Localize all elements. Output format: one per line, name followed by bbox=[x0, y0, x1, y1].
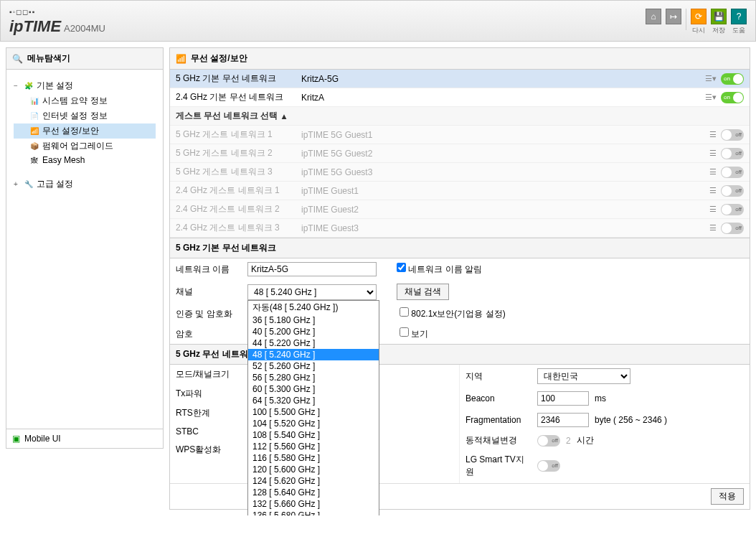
filter-icon[interactable]: ☰ bbox=[709, 149, 717, 158]
guest-network-row[interactable]: 5 GHz 게스트 네트워크 3 ipTIME 5G Guest3 ☰ off bbox=[170, 163, 750, 182]
logo-area: ▪︎▫︎◻︎◻︎▪︎▪︎ ipTIME A2004MU bbox=[9, 8, 105, 36]
filter-icon[interactable]: ☰ bbox=[709, 167, 717, 177]
broadcast-checkbox-wrap[interactable]: 네트워크 이름 알림 bbox=[397, 263, 482, 276]
reload-button[interactable]: ⟳ bbox=[691, 9, 707, 24]
tree-item-firmware[interactable]: 📦 펌웨어 업그레이드 bbox=[14, 139, 156, 154]
region-select[interactable]: 대한민국 bbox=[537, 368, 630, 384]
channel-option[interactable]: 132 [ 5.660 GHz ] bbox=[248, 498, 379, 510]
exit-button[interactable]: ↦ bbox=[666, 9, 681, 24]
channel-option[interactable]: 116 [ 5.580 GHz ] bbox=[248, 452, 379, 464]
channel-label: 채널 bbox=[176, 286, 242, 298]
guest-network-row[interactable]: 2.4 GHz 게스트 네트워크 3 ipTIME Guest3 ☰ off bbox=[170, 219, 750, 238]
guest-toggle[interactable]: off bbox=[721, 148, 744, 159]
frag-input[interactable] bbox=[537, 413, 589, 427]
network-row[interactable]: 5 GHz 기본 무선 네트워크 KritzA-5G ☰▾ on bbox=[170, 70, 750, 88]
help-button[interactable]: ? bbox=[731, 9, 747, 24]
guest-toggle[interactable]: off bbox=[721, 185, 744, 197]
help-label: 도움 bbox=[732, 26, 745, 35]
net-row-label: 5 GHz 기본 무선 네트워크 bbox=[176, 73, 301, 85]
net-name-input[interactable] bbox=[247, 262, 377, 276]
filter-icon[interactable]: ☰▾ bbox=[705, 93, 717, 102]
channel-search-button[interactable]: 채널 검색 bbox=[397, 284, 449, 300]
channel-option[interactable]: 136 [ 5.680 GHz ] bbox=[248, 510, 379, 516]
wifi-icon: 📶 bbox=[176, 54, 186, 64]
show-pw-wrap[interactable]: 보기 bbox=[400, 327, 428, 340]
enterprise-security-checkbox[interactable] bbox=[400, 307, 409, 317]
mobile-ui-link[interactable]: ▣ Mobile UI bbox=[6, 429, 163, 448]
channel-option[interactable]: 100 [ 5.500 GHz ] bbox=[248, 406, 379, 418]
show-pw-checkbox[interactable] bbox=[400, 327, 409, 337]
guest-row-name: ipTIME Guest3 bbox=[301, 223, 709, 233]
guest-toggle[interactable]: off bbox=[721, 129, 744, 141]
content-panel: 📶 무선 설정/보안 5 GHz 기본 무선 네트워크 KritzA-5G ☰▾… bbox=[169, 47, 750, 510]
row-frag: Fragmentation byte ( 256 ~ 2346 ) bbox=[460, 409, 750, 431]
guest-toggle[interactable]: off bbox=[721, 204, 744, 215]
home-button[interactable]: ⌂ bbox=[646, 9, 661, 24]
tree-basic[interactable]: − 🧩 기본 설정 bbox=[14, 78, 156, 93]
guest-header-label: 게스트 무선 네트워크 선택 bbox=[176, 110, 278, 122]
channel-option[interactable]: 64 [ 5.320 GHz ] bbox=[248, 395, 379, 406]
channel-select[interactable]: 48 [ 5.240 GHz ] bbox=[247, 284, 377, 300]
channel-option[interactable]: 60 [ 5.300 GHz ] bbox=[248, 383, 379, 395]
guest-toggle[interactable]: off bbox=[721, 167, 744, 178]
auth-label: 인증 및 암호화 bbox=[176, 308, 242, 320]
channel-option[interactable]: 120 [ 5.600 GHz ] bbox=[248, 464, 379, 475]
sidebar: 🔍 메뉴탐색기 − 🧩 기본 설정 📊 시스템 요약 정보 📄 인터넷 설정 정… bbox=[6, 47, 164, 449]
apply-button[interactable]: 적용 bbox=[711, 488, 744, 505]
filter-icon[interactable]: ☰ bbox=[709, 205, 717, 214]
channel-option[interactable]: 44 [ 5.220 GHz ] bbox=[248, 337, 379, 349]
save-label: 저장 bbox=[712, 26, 725, 35]
guest-row-label: 2.4 GHz 게스트 네트워크 1 bbox=[176, 185, 301, 197]
net-toggle[interactable]: on bbox=[721, 73, 744, 85]
channel-option[interactable]: 104 [ 5.520 GHz ] bbox=[248, 418, 379, 429]
net-row-label: 2.4 GHz 기본 무선 네트워크 bbox=[176, 91, 301, 103]
row-region: 지역 대한민국 bbox=[460, 365, 750, 388]
tree-item-wireless[interactable]: 📶 무선 설정/보안 bbox=[14, 123, 156, 139]
guest-network-row[interactable]: 5 GHz 게스트 네트워크 2 ipTIME 5G Guest2 ☰ off bbox=[170, 144, 750, 163]
net-toggle[interactable]: on bbox=[721, 92, 744, 103]
net-row-name: KritzA-5G bbox=[301, 74, 705, 84]
guest-row-label: 5 GHz 게스트 네트워크 2 bbox=[176, 147, 301, 159]
expand-icon: + bbox=[14, 180, 21, 188]
guest-network-row[interactable]: 5 GHz 게스트 네트워크 1 ipTIME 5G Guest1 ☰ off bbox=[170, 126, 750, 144]
channel-option[interactable]: 52 [ 5.260 GHz ] bbox=[248, 360, 379, 372]
broadcast-checkbox[interactable] bbox=[397, 263, 406, 272]
channel-option[interactable]: 128 [ 5.640 GHz ] bbox=[248, 487, 379, 498]
filter-icon[interactable]: ☰ bbox=[709, 223, 717, 233]
channel-option[interactable]: 112 [ 5.560 GHz ] bbox=[248, 441, 379, 452]
channel-option[interactable]: 48 [ 5.240 GHz ] bbox=[248, 349, 379, 360]
guest-row-label: 2.4 GHz 게스트 네트워크 2 bbox=[176, 203, 301, 215]
guest-network-row[interactable]: 2.4 GHz 게스트 네트워크 1 ipTIME Guest1 ☰ off bbox=[170, 182, 750, 200]
filter-icon[interactable]: ☰▾ bbox=[705, 74, 717, 83]
mesh-icon: 🕸 bbox=[29, 155, 39, 165]
channel-dropdown[interactable]: 자동(48 [ 5.240 GHz ])36 [ 5.180 GHz ]40 [… bbox=[247, 300, 379, 516]
network-row[interactable]: 2.4 GHz 기본 무선 네트워크 KritzA ☰▾ on bbox=[170, 88, 750, 107]
beacon-input[interactable] bbox=[537, 391, 589, 406]
guest-toggle[interactable]: off bbox=[721, 223, 744, 234]
guest-row-name: ipTIME 5G Guest3 bbox=[301, 167, 709, 177]
row-dcs: 동적채널변경 off 2 시간 bbox=[460, 431, 750, 450]
channel-option[interactable]: 36 [ 5.180 GHz ] bbox=[248, 314, 379, 326]
tree-item-internet[interactable]: 📄 인터넷 설정 정보 bbox=[14, 108, 156, 123]
tree-advanced[interactable]: + 🔧 고급 설정 bbox=[14, 177, 156, 192]
filter-icon[interactable]: ☰ bbox=[709, 186, 717, 195]
lgtv-toggle[interactable]: off bbox=[537, 460, 560, 472]
search-icon: 🔍 bbox=[12, 54, 23, 64]
dcs-toggle[interactable]: off bbox=[537, 435, 560, 447]
tree-item-summary[interactable]: 📊 시스템 요약 정보 bbox=[14, 93, 156, 108]
save-button[interactable]: 💾 bbox=[711, 9, 727, 24]
channel-option[interactable]: 56 [ 5.280 GHz ] bbox=[248, 372, 379, 383]
filter-icon[interactable]: ☰ bbox=[709, 130, 717, 139]
net-name-label: 네트워크 이름 bbox=[176, 263, 242, 276]
guest-header-row[interactable]: 게스트 무선 네트워크 선택 ▴ bbox=[170, 107, 750, 126]
channel-option[interactable]: 자동(48 [ 5.240 GHz ]) bbox=[248, 301, 379, 314]
tree-item-mesh[interactable]: 🕸 Easy Mesh bbox=[14, 154, 156, 167]
guest-network-row[interactable]: 2.4 GHz 게스트 네트워크 2 ipTIME Guest2 ☰ off bbox=[170, 200, 750, 219]
channel-option[interactable]: 108 [ 5.540 GHz ] bbox=[248, 429, 379, 441]
channel-option[interactable]: 40 [ 5.200 GHz ] bbox=[248, 326, 379, 337]
decor-dots: ▪︎▫︎◻︎◻︎▪︎▪︎ bbox=[9, 8, 105, 16]
channel-option[interactable]: 124 [ 5.620 GHz ] bbox=[248, 475, 379, 487]
enterprise-security-wrap[interactable]: 802.1x보안(기업용 설정) bbox=[400, 307, 506, 320]
doc-icon: 📊 bbox=[29, 96, 39, 106]
sidebar-header: 🔍 메뉴탐색기 bbox=[6, 48, 163, 70]
